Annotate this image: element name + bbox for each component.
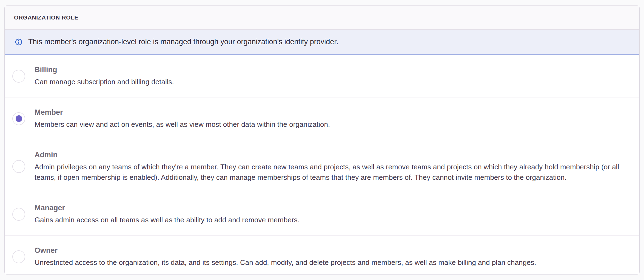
role-title: Billing [35,65,631,74]
panel-header: ORGANIZATION ROLE [5,6,639,30]
idp-info-banner: This member's organization-level role is… [5,30,639,55]
info-icon [15,38,22,46]
radio-dot [16,73,22,79]
radio-dot [16,115,22,122]
radio-owner[interactable] [12,250,25,263]
radio-dot [16,253,22,260]
role-text: Manager Gains admin access on all teams … [35,203,631,225]
role-description: Unrestricted access to the organization,… [35,257,631,268]
role-description: Members can view and act on events, as w… [35,119,631,130]
radio-dot [16,163,22,170]
role-text: Admin Admin privileges on any teams of w… [35,150,631,183]
role-description: Admin privileges on any teams of which t… [35,162,631,183]
radio-dot [16,211,22,217]
role-text: Billing Can manage subscription and bill… [35,65,631,87]
radio-admin[interactable] [12,160,25,173]
role-text: Member Members can view and act on event… [35,108,631,130]
role-description: Can manage subscription and billing deta… [35,77,631,87]
radio-member[interactable] [12,112,25,125]
radio-billing[interactable] [12,70,25,83]
role-title: Admin [35,150,631,159]
role-description: Gains admin access on all teams as well … [35,215,631,225]
role-option-billing[interactable]: Billing Can manage subscription and bill… [5,55,639,97]
role-option-owner[interactable]: Owner Unrestricted access to the organiz… [5,235,639,275]
role-option-admin[interactable]: Admin Admin privileges on any teams of w… [5,140,639,193]
role-option-member[interactable]: Member Members can view and act on event… [5,97,639,140]
organization-role-panel: ORGANIZATION ROLE This member's organiza… [4,5,640,275]
role-text: Owner Unrestricted access to the organiz… [35,246,631,268]
role-option-manager[interactable]: Manager Gains admin access on all teams … [5,193,639,235]
role-title: Owner [35,246,631,255]
panel-title: ORGANIZATION ROLE [14,14,78,21]
radio-manager[interactable] [12,208,25,221]
role-title: Manager [35,203,631,212]
roles-list: Billing Can manage subscription and bill… [5,55,639,275]
idp-banner-text: This member's organization-level role is… [28,38,338,46]
role-title: Member [35,108,631,117]
